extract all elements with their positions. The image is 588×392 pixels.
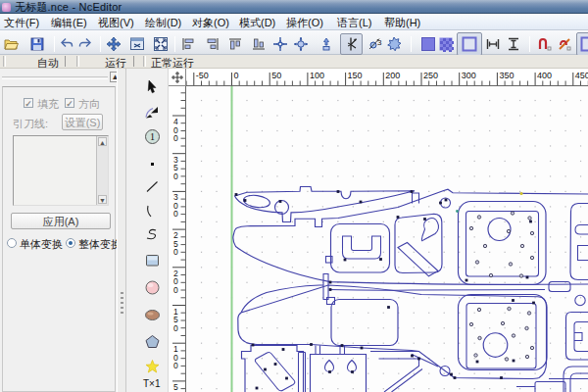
svg-text:0: 0 [173, 323, 178, 333]
svg-text:100: 100 [310, 71, 324, 80]
svg-text:0: 0 [173, 172, 178, 181]
svg-text:3: 3 [377, 38, 382, 47]
svg-text:0: 0 [234, 71, 239, 80]
svg-text:150: 150 [348, 71, 363, 80]
svg-text:0: 0 [173, 285, 178, 295]
svg-text:400: 400 [537, 71, 552, 80]
svg-text:200: 200 [385, 71, 400, 80]
svg-text:0: 0 [173, 133, 178, 143]
svg-text:300: 300 [462, 71, 476, 80]
svg-text:50: 50 [271, 71, 281, 80]
svg-text:1: 1 [150, 131, 155, 142]
svg-text:0: 0 [173, 247, 178, 257]
svg-text:0: 0 [173, 361, 178, 370]
svg-text:450: 450 [575, 71, 588, 80]
svg-text:250: 250 [423, 71, 438, 80]
svg-text:350: 350 [499, 71, 514, 80]
svg-text:-50: -50 [196, 71, 209, 80]
svg-text:0: 0 [173, 209, 178, 219]
